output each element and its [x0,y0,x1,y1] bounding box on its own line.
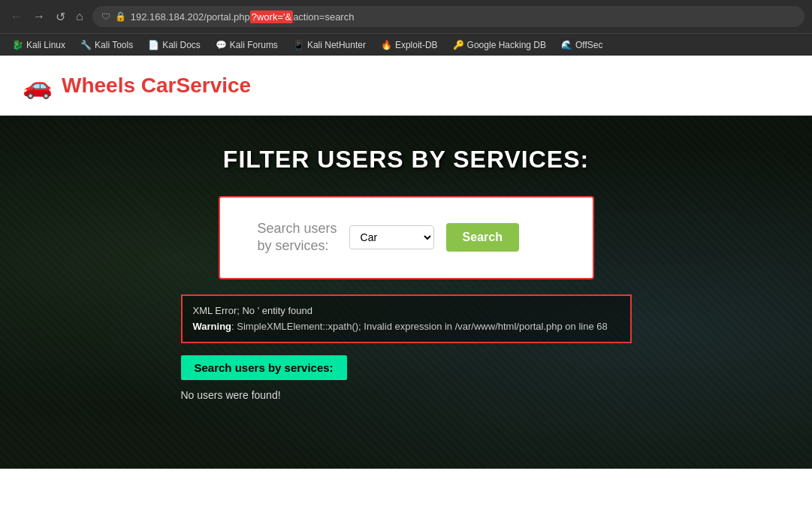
xml-error-line: XML Error; No ' entity found [193,303,620,319]
url-display: 192.168.184.202/portal.php?work='&action… [131,11,355,23]
bookmark-kali-forums-label: Kali Forums [230,40,278,50]
bookmark-kali-docs-label: Kali Docs [162,40,201,50]
bookmark-exploit-db[interactable]: 🔥 Exploit-DB [375,38,444,52]
kali-forums-icon: 💬 [216,40,227,50]
bookmark-offsec-label: OffSec [575,40,602,50]
warning-label: Warning [193,321,232,332]
shield-icon: 🛡 [101,11,110,22]
offsec-icon: 🌊 [561,40,572,50]
xml-error-box: XML Error; No ' entity found Warning: Si… [181,294,632,344]
bookmark-nethunter-label: Kali NetHunter [307,40,366,50]
bookmark-exploit-db-label: Exploit-DB [395,40,438,50]
search-button[interactable]: Search [446,223,519,252]
no-users-text: No users were found! [181,389,281,401]
back-button[interactable]: ← [8,8,26,25]
hero-section: FILTER USERS BY SERVICES: Search users b… [0,116,812,469]
site-logo: 🚗 Wheels CarService [23,71,251,100]
url-suffix: action=search [293,11,354,23]
forward-button[interactable]: → [30,8,48,25]
nethunter-icon: 📱 [293,40,304,50]
hero-content: FILTER USERS BY SERVICES: Search users b… [0,116,812,401]
exploit-db-icon: 🔥 [381,40,392,50]
site-header: 🚗 Wheels CarService [0,56,812,116]
search-label-line1: Search users [258,221,337,236]
kali-linux-icon: 🐉 [12,40,23,50]
bookmark-kali-docs[interactable]: 📄 Kali Docs [142,38,207,52]
bookmark-offsec[interactable]: 🌊 OffSec [555,38,608,52]
warning-line: Warning: SimpleXMLElement::xpath(); Inva… [193,319,620,335]
search-box: Search users by services: Car Wash Oil C… [219,196,594,279]
kali-docs-icon: 📄 [148,40,159,50]
bookmark-kali-linux-label: Kali Linux [26,40,65,50]
google-hacking-icon: 🔑 [453,40,464,50]
search-users-badge: Search users by services: [181,355,347,380]
bookmark-nethunter[interactable]: 📱 Kali NetHunter [287,38,372,52]
kali-tools-icon: 🔧 [80,40,92,50]
site-title: Wheels CarService [62,74,251,98]
bookmark-google-hacking-label: Google Hacking DB [467,40,546,50]
bookmark-kali-tools[interactable]: 🔧 Kali Tools [74,38,139,52]
search-label-line2: by services: [258,238,329,253]
bookmark-google-hacking[interactable]: 🔑 Google Hacking DB [447,38,552,52]
address-bar[interactable]: 🛡 🔒 192.168.184.202/portal.php?work='&ac… [92,6,804,27]
bookmarks-bar: 🐉 Kali Linux 🔧 Kali Tools 📄 Kali Docs 💬 … [0,33,812,56]
service-select[interactable]: Car Wash Oil Change Tire Paint [349,225,434,249]
lock-icon: 🔒 [115,11,126,22]
car-logo-icon: 🚗 [23,71,53,100]
nav-buttons: ← → ↺ ⌂ [8,8,86,26]
hero-title: FILTER USERS BY SERVICES: [223,146,589,174]
browser-chrome: ← → ↺ ⌂ 🛡 🔒 192.168.184.202/portal.php?w… [0,0,812,33]
search-label: Search users by services: [258,220,337,255]
error-section: XML Error; No ' entity found Warning: Si… [181,294,632,402]
warning-text: : SimpleXMLElement::xpath(); Invalid exp… [231,321,608,332]
home-button[interactable]: ⌂ [73,8,86,25]
bookmark-kali-tools-label: Kali Tools [95,40,133,50]
reload-button[interactable]: ↺ [53,8,68,26]
bookmark-kali-forums[interactable]: 💬 Kali Forums [210,38,284,52]
bookmark-kali-linux[interactable]: 🐉 Kali Linux [6,38,71,52]
url-selected: ?work='& [250,11,293,23]
url-prefix: 192.168.184.202/portal.php [131,11,250,23]
